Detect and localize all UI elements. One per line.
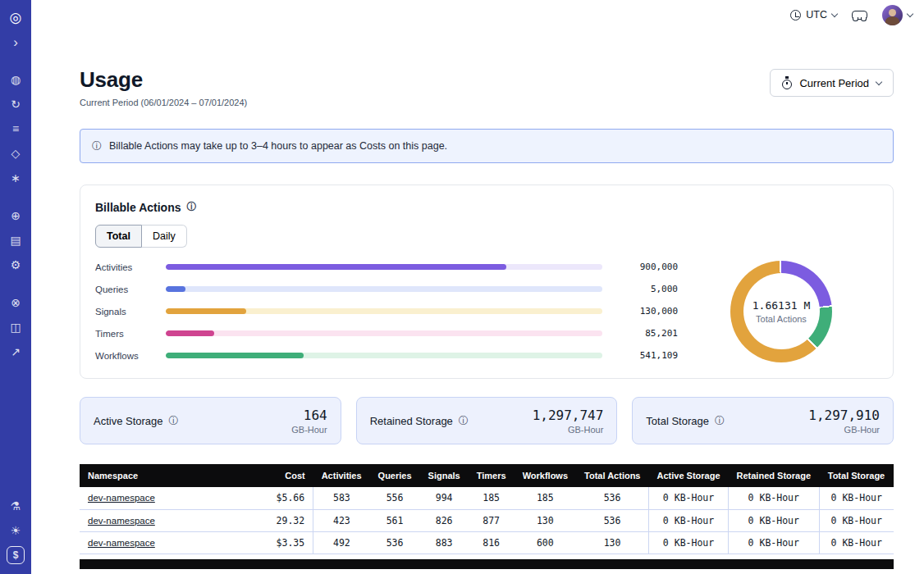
- cell-cost: 29.32: [260, 509, 313, 531]
- total-actions-donut: 1.66131 M Total Actions: [730, 261, 832, 362]
- bar-label: Queries: [95, 285, 153, 294]
- cell-total-storage: 0 KB-Hour: [819, 487, 894, 509]
- bar-value: 900,000: [615, 262, 678, 272]
- cell-active-storage: 0 KB-Hour: [649, 487, 729, 509]
- stack-icon[interactable]: ≡: [7, 120, 25, 138]
- cell-queries: 561: [370, 509, 420, 531]
- bar-row-workflows: Workflows 541,109: [95, 348, 678, 363]
- cell-active-storage: 0 KB-Hour: [649, 509, 729, 531]
- billing-card-icon[interactable]: ▤: [7, 231, 25, 249]
- cell-cost: $3.35: [260, 531, 313, 554]
- chevron-down-icon: [876, 78, 882, 84]
- cube-icon[interactable]: ◇: [7, 144, 25, 162]
- period-selector-label: Current Period: [799, 77, 869, 89]
- stat-unit: GB-Hour: [808, 425, 880, 435]
- tab-total[interactable]: Total: [95, 225, 142, 248]
- timezone-selector[interactable]: UTC: [790, 9, 837, 20]
- info-icon[interactable]: ⓘ: [187, 200, 197, 214]
- page-header: Usage Current Period (06/01/2024 – 07/01…: [80, 67, 894, 107]
- usage-dollar-icon[interactable]: $: [7, 546, 25, 564]
- bar-label: Workflows: [95, 351, 153, 361]
- bar-fill: [166, 330, 214, 336]
- info-icon[interactable]: ⓘ: [715, 414, 725, 428]
- avatar: [882, 5, 903, 25]
- cell-queries: 536: [370, 531, 420, 554]
- info-banner-text: Billable Actions may take up to 3–4 hour…: [109, 140, 447, 152]
- bar-chart: Activities 900,000 Queries 5,000 Signals…: [95, 259, 684, 363]
- cell-retained-storage: 0 KB-Hour: [729, 487, 819, 509]
- billable-actions-card: Billable Actions ⓘ Total Daily Activitie…: [80, 184, 894, 379]
- docs-book-icon[interactable]: ◫: [7, 318, 25, 336]
- bar-fill: [166, 264, 506, 270]
- timezone-label: UTC: [806, 9, 827, 20]
- namespace-link[interactable]: dev-namespace: [88, 493, 155, 503]
- cell-cost: $5.66: [260, 487, 313, 509]
- cell-total-actions: 536: [576, 487, 648, 509]
- bar-value: 130,000: [615, 306, 678, 317]
- stat-label-row: Retained Storage ⓘ: [370, 414, 469, 428]
- billable-tabs: Total Daily: [95, 225, 187, 248]
- total-storage-card: Total Storage ⓘ 1,297,910 GB-Hour: [632, 397, 894, 444]
- tab-daily[interactable]: Daily: [142, 225, 187, 248]
- bar-row-timers: Timers 85,201: [95, 326, 678, 341]
- cell-activities: 423: [313, 509, 370, 531]
- cell-active-storage: 0 KB-Hour: [649, 531, 729, 554]
- user-menu[interactable]: [882, 5, 913, 25]
- cell-total-actions: 130: [576, 531, 648, 554]
- col-total-actions: Total Actions: [576, 464, 648, 487]
- settings-gear-icon[interactable]: ⚙: [7, 256, 25, 274]
- sun-icon[interactable]: ☀: [7, 522, 25, 540]
- col-timers: Timers: [469, 464, 515, 487]
- stopwatch-icon: [782, 80, 792, 89]
- cell-total-storage: 0 KB-Hour: [819, 531, 894, 554]
- info-icon[interactable]: ⓘ: [459, 414, 469, 428]
- page-title: Usage: [80, 67, 247, 93]
- clock-icon: [790, 10, 801, 20]
- table-row: dev-namespace 29.32 423 561 826 877 130 …: [80, 509, 894, 531]
- support-goggles-icon[interactable]: [852, 11, 867, 20]
- billable-actions-title: Billable Actions: [95, 201, 181, 214]
- active-storage-card: Active Storage ⓘ 164 GB-Hour: [80, 397, 341, 444]
- history-icon[interactable]: ↻: [7, 95, 25, 113]
- col-signals: Signals: [420, 464, 469, 487]
- col-namespace: Namespace: [80, 464, 260, 487]
- launch-icon[interactable]: ↗: [7, 343, 25, 361]
- donut-center: 1.66131 M Total Actions: [743, 273, 820, 349]
- sidebar-expand-icon[interactable]: ›: [7, 33, 25, 51]
- period-selector-button[interactable]: Current Period: [770, 69, 894, 97]
- stat-value: 1,297,910: [808, 408, 880, 423]
- cell-workflows: 130: [515, 509, 576, 531]
- col-total-storage: Total Storage: [819, 464, 894, 487]
- namespace-link[interactable]: dev-namespace: [88, 516, 155, 526]
- bar-row-signals: Signals 130,000: [95, 303, 678, 319]
- lab-flask-icon[interactable]: ⚗: [7, 497, 25, 515]
- cell-activities: 583: [313, 487, 370, 509]
- cell-signals: 994: [420, 487, 469, 509]
- table-header-row: Namespace Cost Activities Queries Signal…: [80, 464, 894, 487]
- stat-label: Retained Storage: [370, 415, 453, 427]
- cell-activities: 492: [313, 531, 370, 554]
- stat-value-block: 164 GB-Hour: [291, 408, 327, 435]
- cell-retained-storage: 0 KB-Hour: [729, 531, 819, 554]
- namespaces-icon[interactable]: ◍: [7, 71, 25, 89]
- globe-icon[interactable]: ⊕: [7, 207, 25, 225]
- info-banner: ⓘ Billable Actions may take up to 3–4 ho…: [80, 129, 894, 163]
- cell-retained-storage: 0 KB-Hour: [729, 509, 819, 531]
- table-row: dev-namespace $5.66 583 556 994 185 185 …: [80, 487, 894, 509]
- col-cost: Cost: [260, 464, 313, 487]
- namespace-usage-table: Namespace Cost Activities Queries Signal…: [80, 464, 894, 554]
- sidebar: ◎ › ◍ ↻ ≡ ◇ ∗ ⊕ ▤ ⚙ ⊗ ◫ ↗ ⚗ ☀ $: [0, 0, 31, 574]
- temporal-logo-icon[interactable]: ◎: [7, 8, 25, 26]
- bar-label: Timers: [95, 329, 153, 339]
- stat-label: Active Storage: [94, 415, 163, 427]
- asterisk-icon[interactable]: ∗: [7, 169, 25, 187]
- chevron-down-icon: [831, 10, 838, 16]
- bar-label: Activities: [95, 262, 153, 272]
- info-icon[interactable]: ⓘ: [169, 414, 179, 428]
- namespace-link[interactable]: dev-namespace: [88, 538, 155, 548]
- stat-value: 164: [291, 408, 327, 423]
- stat-value: 1,297,747: [533, 408, 604, 423]
- col-active-storage: Active Storage: [649, 464, 729, 487]
- cell-timers: 816: [469, 531, 515, 554]
- support-icon[interactable]: ⊗: [7, 294, 25, 312]
